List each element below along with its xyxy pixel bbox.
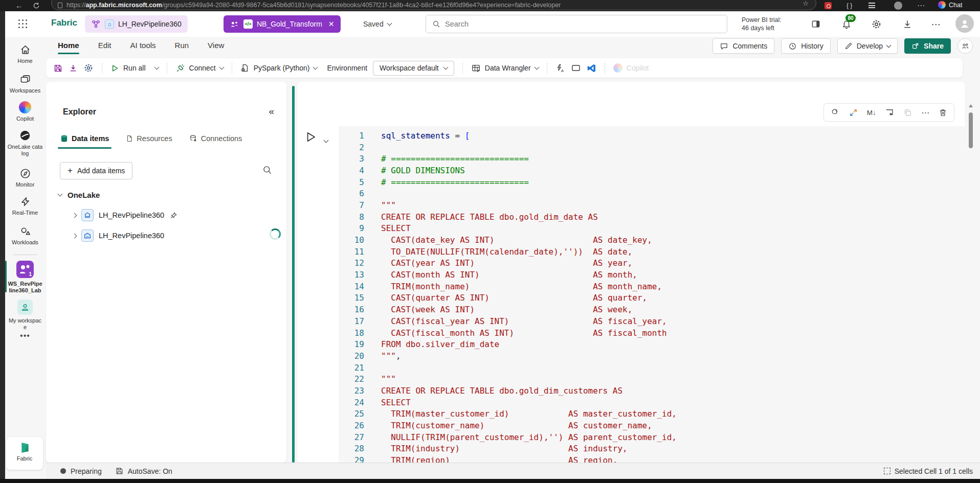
code-line[interactable]: 14 TRIM(month_name) AS month_name,: [339, 281, 965, 292]
scrollbar[interactable]: [967, 86, 974, 463]
code-line[interactable]: 16 CAST(week AS INT) AS week,: [339, 304, 965, 315]
session-settings-button[interactable]: [83, 63, 94, 73]
tab-home[interactable]: Home: [58, 41, 79, 54]
browser-extension-icon[interactable]: [868, 3, 875, 8]
sidebar-item-my-workspace[interactable]: My workspace: [5, 298, 45, 331]
cell-copilot-icon[interactable]: [831, 108, 840, 117]
side-pane-toggle-icon[interactable]: [810, 18, 822, 30]
code-line[interactable]: 2: [339, 142, 965, 153]
browser-reload-icon[interactable]: [33, 0, 40, 9]
notifications-bell-icon[interactable]: 80: [840, 18, 853, 30]
sidebar-item-onelake-catalog[interactable]: OneLake catalog: [5, 129, 45, 157]
code-line[interactable]: 3# ============================: [339, 153, 965, 165]
sidebar-item-home[interactable]: Home: [5, 43, 45, 64]
code-line[interactable]: 24SELECT: [339, 397, 965, 408]
browser-copilot-chat-button[interactable]: Chat: [938, 1, 962, 9]
comments-button[interactable]: Comments: [712, 38, 774, 54]
code-line[interactable]: 5# ============================: [339, 176, 965, 188]
browser-extension-icon[interactable]: { }: [847, 0, 852, 11]
history-button[interactable]: History: [781, 38, 831, 54]
run-options-chevron-icon[interactable]: [324, 135, 328, 144]
code-line[interactable]: 20""",: [339, 350, 965, 362]
chevron-down-icon[interactable]: [313, 64, 318, 70]
code-line[interactable]: 27 NULLIF(TRIM(parent_customer_id),'') A…: [339, 431, 965, 443]
tab-lakehouse[interactable]: ⌂ LH_RevPipeline360: [85, 15, 188, 33]
run-all-button[interactable]: Run all: [110, 64, 159, 73]
address-bar[interactable]: https://app.fabric.microsoft.com/groups/…: [51, 0, 816, 10]
focus-frame-button[interactable]: [571, 63, 581, 73]
environment-selector[interactable]: Workspace default: [373, 61, 454, 76]
develop-button[interactable]: Develop: [837, 38, 898, 54]
convert-to-markdown-icon[interactable]: M↓: [867, 109, 876, 117]
sidebar-item-fabric[interactable]: Fabric: [6, 437, 43, 470]
code-line[interactable]: 4# GOLD DIMENSIONS: [339, 165, 965, 176]
tree-item-warehouse[interactable]: LH_RevPipeline360: [73, 229, 164, 242]
browser-profile-avatar[interactable]: [894, 2, 902, 10]
code-line[interactable]: 13 CAST(month AS INT) AS month,: [339, 269, 965, 281]
code-line[interactable]: 23CREATE OR REPLACE TABLE dbo.gold_dim_c…: [339, 385, 965, 397]
collapse-panel-icon[interactable]: «: [269, 106, 274, 117]
code-line[interactable]: 19FROM dbo.silver_dim_date: [339, 338, 965, 350]
sidebar-item-workloads[interactable]: Workloads: [5, 224, 45, 246]
sidebar-item-workspaces[interactable]: Workspaces: [5, 73, 45, 94]
chevron-down-icon[interactable]: [154, 64, 159, 70]
code-line[interactable]: 29 TRIM(region) AS region,: [339, 454, 965, 463]
sidebar-item-monitor[interactable]: Monitor: [5, 167, 45, 188]
tree-item-lakehouse[interactable]: LH_RevPipeline360: [73, 209, 178, 221]
settings-gear-icon[interactable]: [870, 18, 882, 30]
code-line[interactable]: 7""": [339, 199, 965, 211]
data-wrangler-button[interactable]: Data Wrangler: [471, 63, 539, 73]
code-line[interactable]: 28 TRIM(industry) AS industry,: [339, 443, 965, 455]
tab-connections[interactable]: Connections: [189, 134, 242, 149]
code-line[interactable]: 25 TRIM(master_customer_id) AS master_cu…: [339, 408, 965, 420]
sidebar-item-copilot[interactable]: Copilot: [5, 101, 45, 122]
explorer-search-icon[interactable]: [262, 165, 272, 175]
tab-ai-tools[interactable]: AI tools: [130, 41, 156, 54]
tab-resources[interactable]: Resources: [126, 134, 172, 149]
share-button[interactable]: Share: [904, 38, 951, 54]
language-selector[interactable]: PySpark (Python): [240, 63, 318, 73]
sidebar-item-workspace-active[interactable]: 1 WS_RevPipeline360_Lab: [5, 260, 45, 294]
fabric-brand[interactable]: Fabric: [51, 18, 77, 28]
expand-cell-icon[interactable]: [849, 108, 858, 117]
cell-more-icon[interactable]: ⋯: [921, 108, 929, 118]
code-line[interactable]: 6: [339, 188, 965, 199]
code-line[interactable]: 18 CAST(fiscal_month AS INT) AS fiscal_m…: [339, 327, 965, 339]
connect-button[interactable]: Connect: [175, 63, 224, 73]
code-line[interactable]: 17 CAST(fiscal_year AS INT) AS fiscal_ye…: [339, 315, 965, 327]
code-line[interactable]: 11 TO_DATE(NULLIF(TRIM(calendar_date),''…: [339, 246, 965, 258]
tab-run[interactable]: Run: [175, 41, 189, 54]
run-cell-button[interactable]: [304, 130, 317, 144]
download-icon[interactable]: [901, 18, 914, 30]
tab-edit[interactable]: Edit: [98, 41, 112, 54]
account-avatar[interactable]: [955, 14, 974, 33]
more-options-icon[interactable]: ⋯: [930, 18, 942, 30]
delete-cell-icon[interactable]: [939, 108, 947, 117]
add-data-items-button[interactable]: + Add data items: [60, 162, 132, 179]
manage-access-button[interactable]: [957, 38, 973, 54]
close-icon[interactable]: ✕: [328, 20, 335, 28]
scrollbar-thumb[interactable]: [969, 112, 973, 148]
tab-data-items[interactable]: Data items: [60, 134, 109, 149]
code-line[interactable]: 10 CAST(date_key AS INT) AS date_key,: [339, 234, 965, 246]
page-info-icon[interactable]: [58, 3, 62, 8]
browser-menu-icon[interactable]: ⋯: [917, 0, 925, 11]
tree-node-onelake[interactable]: OneLake: [57, 191, 100, 199]
global-search[interactable]: [426, 15, 727, 33]
sidebar-item-realtime[interactable]: Real-Time: [5, 195, 45, 216]
save-status-dropdown[interactable]: Saved: [363, 20, 391, 28]
scroll-up-icon[interactable]: [969, 104, 973, 107]
bookmark-star-icon[interactable]: ☆: [803, 0, 809, 7]
code-line[interactable]: 26 TRIM(customer_name) AS customer_name,: [339, 420, 965, 431]
browser-back-icon[interactable]: ←: [15, 0, 23, 11]
export-button[interactable]: [69, 63, 78, 73]
chevron-down-icon[interactable]: [534, 64, 539, 70]
code-line[interactable]: 21: [339, 362, 965, 374]
code-line[interactable]: 8CREATE OR REPLACE TABLE dbo.gold_dim_da…: [339, 211, 965, 223]
browser-extension-icon[interactable]: [825, 2, 832, 9]
tab-view[interactable]: View: [208, 41, 224, 54]
sidebar-item-more[interactable]: •••: [5, 331, 45, 340]
copilot-button[interactable]: Copilot: [613, 63, 649, 73]
code-line[interactable]: 1sql_statements = [: [339, 130, 965, 142]
code-editor[interactable]: 1sql_statements = [23# =================…: [339, 126, 965, 463]
